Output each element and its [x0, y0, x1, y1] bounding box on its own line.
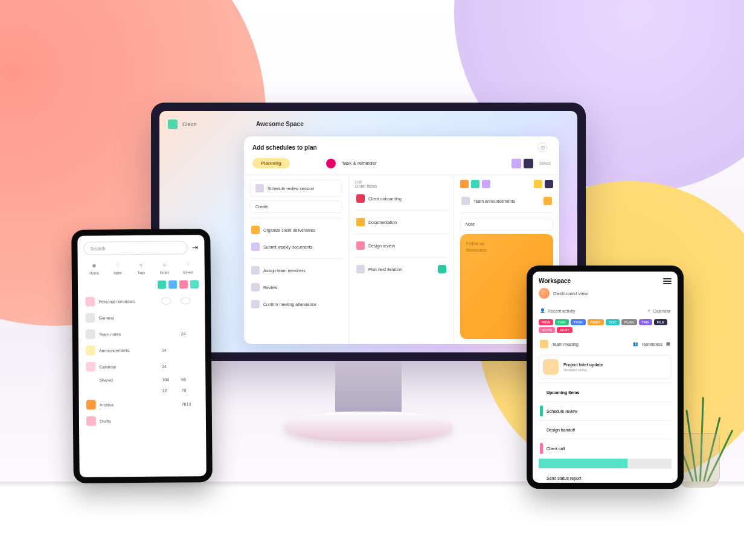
nav-home[interactable]: ▦Home: [84, 260, 105, 275]
list-item[interactable]: Assign team members: [250, 264, 342, 277]
item-icon: [251, 226, 260, 234]
grid-icon: ▦: [89, 260, 99, 270]
list-item[interactable]: Documentation: [355, 215, 447, 229]
swatch[interactable]: [158, 281, 166, 289]
toolbar-icon-sort[interactable]: [524, 159, 533, 168]
item-icon: [255, 184, 264, 192]
badge[interactable]: NOTE: [539, 327, 555, 333]
chip-icon[interactable]: [460, 180, 469, 188]
tag-icon: ◇: [136, 259, 146, 269]
nav-row: ▦Home ∷Apps ◇Tags ◇Notes ♡Saved: [84, 259, 199, 275]
tab-planning[interactable]: Planning: [252, 158, 290, 168]
item-icon: [251, 283, 260, 291]
nav-notes[interactable]: ◇Notes: [154, 259, 175, 275]
badge[interactable]: NEW: [539, 319, 553, 325]
list-item[interactable]: Team meeting👥Reminders▦: [539, 337, 672, 351]
list-item[interactable]: Announcements14: [85, 342, 199, 358]
list-item[interactable]: Review: [250, 281, 342, 294]
list-item[interactable]: Note: [460, 218, 553, 231]
swatch[interactable]: [190, 280, 199, 288]
item-icon: [356, 218, 365, 226]
list-item[interactable]: Schedule review: [539, 401, 672, 420]
tab-secondary[interactable]: Task & reminder: [342, 161, 377, 166]
divider: [460, 212, 553, 213]
badge[interactable]: DUE: [555, 319, 569, 325]
feature-card[interactable]: Project brief updateUpdated today: [539, 355, 672, 379]
badge[interactable]: TAG: [639, 319, 652, 325]
list-item[interactable]: Schedule review session: [250, 180, 342, 197]
item-icon: [356, 194, 365, 203]
monitor-screen: Cleon Awesome Space Add schedules to pla…: [159, 111, 577, 352]
item-badge-icon: [85, 297, 95, 307]
tag-icon: ◇: [159, 259, 169, 269]
list-item[interactable]: Client onboarding: [355, 192, 447, 205]
item-icon: [251, 300, 260, 308]
list-item[interactable]: Upcoming items: [539, 383, 672, 401]
item-badge-icon: [86, 400, 96, 410]
menu-icon[interactable]: ⇥: [192, 243, 198, 252]
monitor-base: [284, 412, 453, 442]
app-title: Workspace: [539, 278, 571, 284]
toolbar-icon-view[interactable]: [512, 159, 521, 168]
chip-icon[interactable]: [471, 180, 479, 188]
badge[interactable]: SENT: [557, 327, 572, 333]
list-item[interactable]: Confirm meeting attendance: [250, 298, 342, 311]
progress-bar: [539, 459, 672, 468]
list-item[interactable]: Submit weekly documents: [250, 240, 342, 253]
modal-tabs: Planning Task & reminder Select: [244, 158, 559, 175]
tablet-left: Search ⇥ ▦Home ∷Apps ◇Tags ◇Notes ♡Saved…: [71, 229, 213, 483]
list-item[interactable]: Plan next iteration: [355, 262, 447, 276]
clock-icon[interactable]: ◷: [537, 142, 547, 152]
heart-icon: ♡: [183, 259, 193, 269]
nav-saved[interactable]: ♡Saved: [178, 259, 199, 274]
list-item[interactable]: Client call: [539, 439, 672, 457]
people-icon: 👥: [633, 342, 638, 346]
badge[interactable]: PLAN: [621, 319, 637, 325]
item-icon: [251, 243, 260, 251]
task-list: Upcoming items Schedule review Design ha…: [539, 383, 672, 483]
list-item[interactable]: Design review: [355, 239, 447, 252]
plant-decor: [678, 415, 720, 488]
desktop-monitor: Cleon Awesome Space Add schedules to pla…: [151, 103, 586, 442]
badge[interactable]: DOC: [606, 319, 620, 325]
badge[interactable]: MEET: [588, 319, 604, 325]
chip-icon[interactable]: [482, 180, 490, 188]
item-icon: [461, 197, 470, 205]
list-item[interactable]: Shared10465: [85, 375, 199, 385]
list-item[interactable]: 1270: [85, 386, 199, 396]
badge[interactable]: TASK: [571, 319, 586, 325]
list-item[interactable]: Send status report: [539, 468, 672, 483]
brand-logo-icon: [168, 119, 178, 129]
modal-panel: Add schedules to plan ◷ Planning Task & …: [244, 136, 559, 344]
stripe-icon: [540, 406, 543, 416]
nav-tags[interactable]: ◇Tags: [130, 259, 152, 275]
divider: [250, 258, 342, 259]
list-item[interactable]: Drafts: [85, 413, 200, 428]
card-icon: [543, 359, 559, 375]
badge[interactable]: FILE: [654, 319, 668, 325]
avatar-icon[interactable]: [539, 288, 550, 299]
item-action-icon[interactable]: [544, 197, 552, 205]
list-item[interactable]: Archive7613: [85, 396, 200, 412]
list-item[interactable]: Team notes24: [85, 326, 199, 342]
chip-icon[interactable]: [545, 180, 553, 188]
swatch[interactable]: [179, 280, 188, 288]
modal-col-left: Schedule review session Create Organize …: [244, 175, 349, 344]
search-input[interactable]: Search: [83, 241, 187, 255]
chip-icon[interactable]: [534, 180, 542, 188]
pill-icon: [161, 298, 171, 305]
list-item[interactable]: Calendar24: [85, 358, 199, 374]
list-item[interactable]: Design handoff: [539, 420, 672, 439]
item-badge-icon: [86, 416, 96, 426]
nav-apps[interactable]: ∷Apps: [107, 259, 128, 275]
list-item[interactable]: Team announcements: [460, 194, 553, 208]
menu-icon[interactable]: [663, 278, 672, 284]
list-item[interactable]: General: [84, 310, 199, 325]
list-item[interactable]: Create: [250, 200, 342, 213]
list-item[interactable]: Personal reminders: [84, 293, 199, 309]
page-title: Awesome Space: [256, 121, 304, 127]
list-item[interactable]: Organize client deliverables: [250, 223, 342, 237]
swatch[interactable]: [168, 280, 177, 288]
tablet-right: Workspace Dashboard view All New Done 👤R…: [527, 266, 684, 489]
divider: [355, 234, 447, 234]
